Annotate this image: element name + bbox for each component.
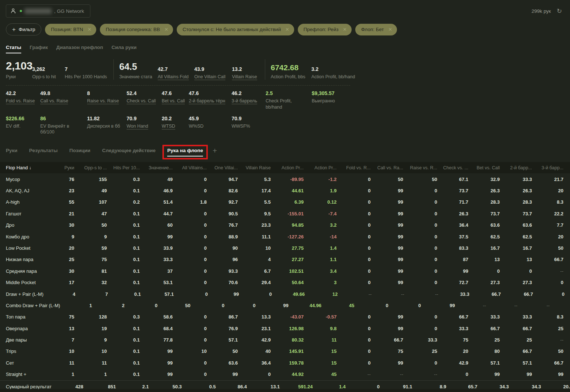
column-header[interactable]: Action Pr... [304,165,337,170]
table-row[interactable]: Мусор761550.349094.75.3-89.95-1.20505067… [0,173,570,185]
filter-chip[interactable]: Позиция: BTN✕ [45,24,96,35]
table-row[interactable]: Оверпара13190.168.4076.923.1126.989.8099… [0,323,570,334]
add-filter-button[interactable]: + Фильтр [6,23,41,35]
stat-label[interactable]: Check vs. Call [127,98,162,104]
cell-value: 73.7 [468,211,500,216]
stat-label[interactable]: 2-й баррель тёрн [189,98,232,104]
table-row[interactable]: Straight +110.199099044.9245------099999… [0,369,570,380]
stat-label[interactable]: Won Hand [127,123,162,129]
cell-value: 60 [140,222,173,228]
filter-chip[interactable]: Флоп: Бет✕ [355,24,397,35]
stat-label-link[interactable]: Won Hand [127,124,148,129]
stat-label[interactable]: Bet vs. Call [162,98,189,104]
stat-label-link[interactable]: Raise vs. Raise [87,98,119,104]
column-header[interactable]: Fold vs. R... [337,165,371,170]
horizontal-scrollbar[interactable] [0,389,570,392]
remove-filter-icon[interactable]: ✕ [285,27,289,32]
table-row[interactable]: Сет11110.199063.636.4159.7815099042.957.… [0,357,570,369]
cell-value: 0 [337,234,371,240]
player-badge[interactable]: , GG Network [6,4,90,18]
column-header[interactable]: Bet vs. Call [468,165,500,170]
column-header[interactable]: Villain Raise [238,165,271,170]
subtab-next-action[interactable]: Следующее действие [102,148,155,153]
table-row[interactable]: Две пары790.177.8057.142.980.3211066.733… [0,334,570,346]
cell-value: 0 [403,257,437,262]
remove-filter-icon[interactable]: ✕ [87,27,91,32]
filter-chip[interactable]: Столкнулся с: Не было активных действий✕ [177,24,294,35]
tab-graph[interactable]: График [30,45,48,53]
subtab-hands[interactable]: Руки [6,148,18,153]
remove-filter-icon[interactable]: ✕ [343,27,347,32]
stat-label[interactable]: All Villains Fold [158,74,194,80]
filter-chip[interactable]: Префлоп: Рейз✕ [298,24,352,35]
stat-label[interactable]: Fold vs. Raise [6,98,40,104]
stat-label[interactable]: Call vs. Raise [40,98,87,104]
filter-chip[interactable]: Позиция соперника: BB✕ [100,24,173,35]
subtab-positions[interactable]: Позиции [69,148,90,153]
remove-filter-icon[interactable]: ✕ [164,27,168,32]
stat-label[interactable]: Raise vs. Raise [87,98,127,104]
cell-value: 26.3 [437,211,468,216]
table-row[interactable]: A-high551070.251.41.892.75.56.390.120990… [0,196,570,208]
table-row[interactable]: Draw + Pair (L-M)470.157.1099049.6612---… [0,288,570,299]
table-row[interactable]: AK, AQ, AJ23490.146.9082.617.444.611.909… [0,185,570,196]
stat-label-link[interactable]: 2-й баррель тёрн [189,98,225,104]
column-header[interactable]: Check vs. ... [437,165,468,170]
column-header[interactable]: 2-й барр... [500,165,532,170]
stat-label-link[interactable]: 3-й баррель [232,98,257,104]
stat-label[interactable]: 3-й баррель [232,98,266,104]
stat-label-link[interactable]: Check vs. Call [127,98,156,104]
table-row[interactable]: Низкая пара25750.133.3096427.271.1099087… [0,254,570,265]
table-row[interactable]: Trips10100.199105040145.911507525208066.… [0,346,570,357]
subtab-label: Позиции [69,148,90,153]
stat-label-link[interactable]: All Villains Fold [158,74,189,80]
column-header[interactable]: One Villai... [207,165,238,170]
column-header[interactable]: Raise vs. R... [403,165,437,170]
subtab-flop-hand[interactable]: Рука на флопе [167,148,203,153]
column-header[interactable]: Opp-s to ... [74,165,107,170]
subtab-results[interactable]: Результаты [29,148,58,153]
column-header[interactable]: 3-й барр... [532,165,563,170]
cell-value: 19 [74,326,107,331]
column-header[interactable]: Значение... [140,165,173,170]
stat-label-link[interactable]: Bet vs. Call [162,98,185,104]
table-row[interactable]: Топ пара751280.358.6086.713.3-43.07-0.57… [0,311,570,323]
stat-label[interactable]: One Villain Call [194,74,232,80]
column-header[interactable]: Hits Per 10... [107,165,140,170]
stat-label-link[interactable]: Villain Raise [232,74,257,80]
cell-value: 3.4 [304,268,337,274]
cell-value: 25 [468,337,500,343]
add-tab-icon[interactable]: + [213,147,217,154]
stat-label-link[interactable]: One Villain Call [194,74,225,80]
cell-value: 83.3 [437,245,468,251]
tab-hand-strength[interactable]: Сила руки [112,45,137,53]
cell-value: -14 [304,234,337,240]
table-row[interactable]: Средняя пара30810.137093.36.7102.513.409… [0,265,570,277]
column-header[interactable]: Руки [42,165,74,170]
stat-label-link[interactable]: Fold vs. Raise [6,98,35,104]
remove-filter-icon[interactable]: ✕ [388,27,392,32]
cell-value: 11 [304,337,337,343]
cell-value: 1.1 [304,257,337,262]
table-row[interactable]: Гатшот21470.144.7090.59.5-155.01-7.40990… [0,208,570,219]
column-header[interactable]: All Villains... [173,165,207,170]
column-header[interactable]: Action Pr... [271,165,304,170]
hands-count: 299k рук [532,8,551,14]
cell-value: 88.9 [207,234,238,240]
cell-value: 59 [74,245,107,251]
table-row[interactable]: Low Pocket20590.133.90901027.751.4099083… [0,242,570,254]
column-header[interactable]: Call vs. Ra... [371,165,403,170]
tab-stats[interactable]: Статы [6,45,21,53]
stat-label[interactable]: WTSD [162,123,189,129]
sort-header[interactable]: Flop Hand ↓ [6,165,42,170]
stat-label[interactable]: Villain Raise [232,74,265,80]
hand-label: Оверпара [6,326,42,331]
stat-label-link[interactable]: WTSD [162,124,175,129]
table-row[interactable]: Middle Pocket17320.153.1070.629.450.6430… [0,277,570,288]
refresh-icon[interactable]: ↻ [557,8,562,14]
stat-label-link[interactable]: Call vs. Raise [40,98,68,104]
table-row[interactable]: Дро30500.160076.723.394.853.2099036.463.… [0,219,570,231]
tab-preflop-range[interactable]: Диапазон префлоп [56,45,103,53]
table-row[interactable]: Комбо дро990.199088.911.1-127.26-1409903… [0,231,570,242]
table-row[interactable]: Combo Draw + Pair (L-M)12050009944.96450… [0,300,570,311]
